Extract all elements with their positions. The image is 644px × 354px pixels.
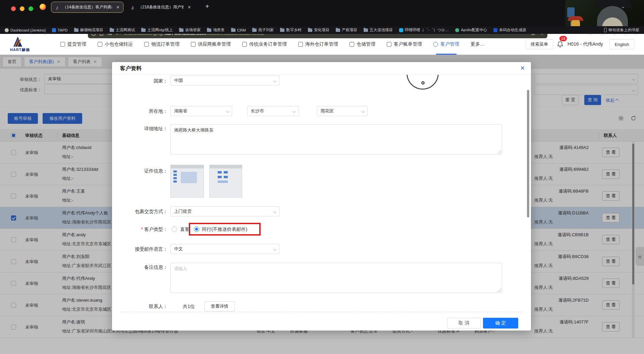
modal-header: 客户资料 ✕ (112, 62, 531, 75)
modal-scrollbar[interactable] (527, 90, 529, 217)
menu-item-label: 仓储管理 (357, 41, 375, 47)
new-tab-button[interactable]: + (205, 3, 209, 10)
browser-tab-title: （218条推送信息）用户管理 - 赫 (138, 4, 183, 10)
bookmark-label: 地查查 (213, 28, 225, 33)
bookmark-label: CRM (237, 28, 246, 32)
window-close-button[interactable] (11, 6, 16, 11)
bookmark-item[interactable]: Dashboard [Jenkins] (5, 28, 46, 32)
certificate-image-2[interactable] (209, 165, 242, 198)
bookmark-item[interactable]: Apollo配置中心 (455, 28, 487, 33)
bookmark-item[interactable]: 安化项目 (308, 28, 329, 33)
detail-address-textarea[interactable]: 湘府路大桥大塘路东 (170, 124, 502, 154)
notification-bell-icon[interactable] (557, 41, 564, 48)
menu-item-icon (433, 42, 438, 47)
radio-direct-customer[interactable] (172, 226, 177, 232)
resize-grip[interactable] (498, 150, 501, 153)
view-contacts-button[interactable]: 查看详情 (204, 301, 235, 311)
bookmark-item[interactable]: 地查查 (207, 28, 225, 33)
firefox-icon (40, 4, 46, 10)
confirm-button[interactable]: 确 定 (483, 318, 518, 328)
bookmark-label: 哔哩哔哩（゜-゜）つロ… (405, 28, 449, 33)
bookmark-item[interactable]: 土流网stg/线上 (141, 28, 173, 33)
province-value: 湖南省 (174, 108, 187, 114)
folder-icon (141, 29, 146, 32)
bookmark-item[interactable]: 产权项目 (336, 28, 357, 33)
browser-tab-1[interactable]: （14条推送信息）客户列表(新) - ✕ (51, 2, 123, 13)
bookmark-item[interactable]: 农场管家 (179, 28, 201, 33)
bookmark-item[interactable]: 赫德物流项目 (74, 28, 103, 33)
folder-icon (252, 29, 257, 32)
hk-icon (493, 28, 497, 32)
dashed-divider (120, 312, 523, 312)
modal-title: 客户资料 (120, 65, 142, 72)
delivery-method-select[interactable]: 上门提货 (170, 206, 279, 216)
window-zoom-button[interactable] (29, 6, 33, 11)
radio-direct-label[interactable]: 直客 (180, 226, 190, 233)
list-all-tabs-icon[interactable]: ⌄ (621, 4, 625, 9)
chevron-down-icon (293, 110, 296, 113)
bookmark-item[interactable]: 五大连池项目 (364, 28, 393, 33)
folder-icon (336, 29, 340, 32)
country-select[interactable]: 中国 (170, 75, 279, 86)
bookmark-item[interactable]: 条码自动生成器 (493, 28, 526, 33)
hart-logo[interactable]: HART赫德 (7, 37, 31, 52)
resize-grip[interactable] (498, 289, 501, 292)
radio-peer-customer[interactable] (194, 226, 199, 232)
bookmark-item[interactable]: 数字乡村 (280, 28, 302, 33)
bookmark-item[interactable]: 土流网测试 (110, 28, 135, 33)
window-minimize-button[interactable] (20, 6, 24, 11)
chevron-down-icon (273, 248, 277, 251)
customer-profile-modal: 客户资料 ✕ 国家： 中国 所在地： 湖南省 长沙市 雨花区 详细地址： 湘府路… (112, 62, 531, 331)
bookmark-label: 土流网stg/线上 (147, 28, 173, 33)
menu-item-icon (98, 42, 102, 47)
email-language-select[interactable]: 中文 (170, 244, 279, 254)
menu-item-label: 物流订单管理 (151, 41, 179, 47)
folder-icon (74, 29, 78, 32)
delivery-method-value: 上门提货 (174, 208, 192, 214)
radio-peer-label[interactable]: 同行(不推送价表邮件) (202, 226, 247, 233)
browser-nav-row: ← → ↻ ⌂ testtrunkbookingmgr.hart-worldwi… (0, 13, 570, 26)
delivery-method-label: 包裹交货方式： (112, 209, 168, 215)
menu-item-label: 提货管理 (67, 41, 86, 47)
menu-item-icon (60, 42, 65, 47)
folder-icon (179, 29, 183, 32)
apollo-icon (455, 28, 459, 32)
province-select[interactable]: 湖南省 (170, 106, 232, 116)
customer-type-text: 客户类型： (144, 226, 168, 232)
city-select[interactable]: 长沙市 (247, 106, 299, 116)
bookmark-item[interactable]: 哔哩哔哩（゜-゜）つロ… (399, 28, 449, 33)
folder-icon (207, 29, 211, 32)
certificate-image-1[interactable] (170, 165, 204, 198)
bookmark-item[interactable]: TAPD (52, 28, 68, 32)
modal-close-icon[interactable]: ✕ (520, 65, 525, 72)
bookmark-mobile[interactable]: 移动设备上的书签 (604, 28, 639, 33)
browser-tab-2[interactable]: （218条推送信息）用户管理 - 赫 ✕ (127, 2, 195, 13)
bookmark-item[interactable]: CRM (231, 28, 246, 32)
bookmark-label: 产权项目 (342, 28, 357, 33)
tab-close-icon[interactable]: ✕ (187, 5, 191, 10)
bookmark-item[interactable]: 燕子到家 (252, 28, 274, 33)
menu-item-icon (144, 42, 149, 47)
menu-item-icon (242, 42, 247, 47)
bookmark-label: 数字乡村 (286, 28, 302, 33)
contacts-count: 共1位 (183, 304, 195, 310)
menu-item-label: 供应商账单管理 (198, 41, 231, 47)
menu-item[interactable]: 提货管理 (60, 34, 86, 55)
bookmark-label: 土流网测试 (116, 28, 135, 33)
country-label: 国家： (112, 78, 168, 84)
language-button[interactable]: English (609, 39, 634, 49)
hart-favicon (130, 5, 136, 10)
menu-item-icon (298, 42, 303, 47)
tab-close-icon[interactable]: ✕ (116, 5, 120, 10)
modal-body: 国家： 中国 所在地： 湖南省 长沙市 雨花区 详细地址： 湘府路大桥大塘路东 … (112, 75, 531, 314)
search-menu-button[interactable]: 搜索菜单 (526, 39, 553, 49)
chevron-down-icon (226, 110, 229, 113)
avatar-placeholder (407, 75, 439, 90)
contacts-label: 联系人： (112, 304, 168, 310)
current-user[interactable]: H016 - 代伟Andy (568, 41, 603, 47)
district-select[interactable]: 雨花区 (317, 106, 368, 116)
remark-textarea[interactable]: 请输入 (170, 263, 502, 293)
menu-item-label: 更多… (471, 41, 485, 47)
chevron-down-icon (273, 79, 277, 83)
cancel-button[interactable]: 取 消 (447, 318, 481, 328)
